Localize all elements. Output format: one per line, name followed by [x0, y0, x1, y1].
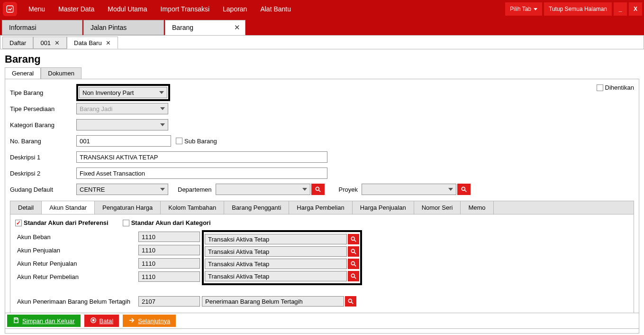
kategori-label: Kategori Barang	[10, 121, 76, 129]
tab-informasi[interactable]: Informasi	[2, 20, 82, 35]
akun-retur-penjualan-label: Akun Retur Penjualan	[15, 260, 138, 267]
akun-penerimaan-label: Akun Penerimaan Barang Belum Tertagih	[15, 298, 138, 305]
no-barang-input[interactable]	[76, 135, 171, 147]
stab-detail[interactable]: Detail	[10, 201, 42, 214]
proyek-search-button[interactable]	[457, 184, 471, 195]
tipe-barang-label: Tipe Barang	[10, 89, 76, 96]
akun-retur-penjualan-code[interactable]: 1110	[138, 258, 200, 269]
stab-pengaturan-harga[interactable]: Pengaturan Harga	[95, 201, 161, 214]
close-icon[interactable]: ✕	[234, 23, 240, 32]
departemen-combo[interactable]	[216, 184, 310, 195]
svg-rect-0	[7, 6, 13, 12]
menu-modul-utama[interactable]: Modul Utama	[101, 0, 154, 18]
akun-beban-search-button[interactable]	[348, 234, 359, 244]
stab-memo[interactable]: Memo	[461, 201, 493, 214]
top-tabs: Informasi Jalan Pintas Barang ✕	[0, 18, 644, 35]
subtab-label: 001	[40, 39, 51, 47]
kategori-combo[interactable]	[76, 119, 168, 130]
caret-down-icon	[160, 123, 165, 126]
dihentikan-checkbox[interactable]: Dihentikan	[597, 84, 634, 91]
akun-penjualan-label: Akun Penjualan	[15, 247, 138, 254]
save-and-exit-button[interactable]: Simpan dan Keluar	[7, 315, 81, 327]
proyek-combo[interactable]	[362, 184, 456, 195]
minimize-button[interactable]: _	[614, 2, 627, 16]
akun-penerimaan-code[interactable]: 2107	[138, 296, 200, 307]
departemen-label: Departemen	[178, 186, 212, 193]
caret-down-icon	[302, 188, 307, 191]
deskripsi2-input[interactable]	[76, 168, 327, 179]
menu-laporan[interactable]: Laporan	[216, 0, 254, 18]
akun-beban-code[interactable]: 1110	[138, 232, 200, 242]
tab-label: Barang	[172, 24, 193, 31]
subtab-001[interactable]: 001 ✕	[33, 37, 67, 49]
akun-retur-pembelian-code[interactable]: 1110	[138, 271, 200, 282]
menu-menu[interactable]: Menu	[22, 0, 52, 18]
tipe-persediaan-combo: Barang Jadi	[76, 103, 168, 114]
akun-retur-pembelian-search-button[interactable]	[348, 271, 359, 281]
subtab-daftar[interactable]: Daftar	[2, 37, 33, 49]
deskripsi1-label: Deskripsi 1	[10, 154, 76, 161]
stab-kolom-tambahan[interactable]: Kolom Tambahan	[161, 201, 224, 214]
svg-line-6	[354, 240, 356, 242]
akun-penerimaan-desc[interactable]: Penerimaan Barang Belum Tertagih	[202, 296, 344, 307]
stab-nomor-seri[interactable]: Nomor Seri	[414, 201, 461, 214]
app-logo-icon	[3, 2, 17, 16]
departemen-search-button[interactable]	[311, 184, 325, 195]
menu-import-transaksi[interactable]: Import Transaksi	[154, 0, 216, 18]
subtab-data-baru[interactable]: Data Baru ✕	[67, 37, 118, 49]
deskripsi1-input[interactable]	[76, 151, 327, 163]
menu-alat-bantu[interactable]: Alat Bantu	[254, 0, 298, 18]
tipe-barang-combo[interactable]: Non Inventory Part	[79, 87, 167, 98]
next-button[interactable]: Selanjutnya	[123, 315, 176, 327]
stab-akun-standar[interactable]: Akun Standar	[42, 201, 95, 214]
tab-jalan-pintas[interactable]: Jalan Pintas	[83, 20, 164, 35]
sub-tabs: Daftar 001 ✕ Data Baru ✕	[0, 35, 644, 49]
inner-tabs: General Dokumen	[5, 67, 639, 79]
menu-master-data[interactable]: Master Data	[52, 0, 101, 18]
checkbox-icon	[176, 138, 182, 144]
stab-barang-pengganti[interactable]: Barang Pengganti	[224, 201, 289, 214]
standar-kategori-checkbox[interactable]: Standar Akun dari Kategori	[123, 219, 211, 226]
akun-penjualan-code[interactable]: 1110	[138, 245, 200, 255]
close-app-button[interactable]: X	[629, 2, 642, 16]
svg-rect-17	[92, 319, 94, 321]
dihentikan-label: Dihentikan	[605, 84, 634, 91]
stab-harga-pembelian[interactable]: Harga Pembelian	[289, 201, 352, 214]
tipe-persediaan-value: Barang Jadi	[80, 105, 112, 112]
pilih-tab-button[interactable]: Pilih Tab	[505, 2, 542, 16]
akun-retur-penjualan-search-button[interactable]	[348, 259, 359, 269]
akun-retur-pembelian-desc[interactable]: Transaksi Aktiva Tetap	[205, 271, 347, 281]
stab-harga-penjualan[interactable]: Harga Penjualan	[353, 201, 414, 214]
standar-preferensi-checkbox[interactable]: Standar Akun dari Preferensi	[15, 219, 109, 226]
tutup-semua-button[interactable]: Tutup Semua Halaman	[544, 2, 612, 16]
svg-point-9	[351, 261, 354, 265]
akun-penjualan-search-button[interactable]	[348, 246, 359, 257]
menubar: Menu Master Data Modul Utama Import Tran…	[0, 0, 644, 18]
gudang-label: Gudang Default	[10, 186, 76, 193]
next-label: Selanjutnya	[138, 317, 170, 325]
gudang-combo[interactable]: CENTRE	[76, 184, 168, 195]
close-icon[interactable]: ✕	[106, 39, 111, 47]
akun-beban-label: Akun Beban	[15, 233, 138, 241]
tab-barang[interactable]: Barang ✕	[165, 20, 245, 35]
accounts-panel: Standar Akun dari Preferensi Standar Aku…	[10, 214, 634, 327]
save-label: Simpan dan Keluar	[22, 317, 75, 325]
akun-penjualan-desc[interactable]: Transaksi Aktiva Tetap	[205, 246, 347, 257]
proyek-label: Proyek	[339, 186, 358, 193]
akun-retur-penjualan-desc[interactable]: Transaksi Aktiva Tetap	[205, 259, 347, 269]
close-icon[interactable]: ✕	[54, 39, 60, 47]
cancel-button[interactable]: Batal	[84, 315, 119, 327]
akun-beban-desc[interactable]: Transaksi Aktiva Tetap	[205, 234, 347, 244]
tab-label: Informasi	[9, 24, 36, 31]
standar-kategori-label: Standar Akun dari Kategori	[131, 219, 211, 226]
inner-tab-general[interactable]: General	[5, 67, 41, 79]
akun-penerimaan-search-button[interactable]	[345, 296, 356, 307]
inner-tab-dokumen[interactable]: Dokumen	[41, 67, 82, 79]
caret-down-icon	[160, 107, 165, 110]
deskripsi2-label: Deskripsi 2	[10, 170, 76, 177]
akun-retur-pembelian-label: Akun Retur Pembelian	[15, 273, 138, 280]
caret-down-icon	[534, 8, 537, 10]
sub-barang-checkbox[interactable]: Sub Barang	[176, 138, 217, 145]
svg-point-7	[351, 249, 354, 252]
section-tabs: Detail Akun Standar Pengaturan Harga Kol…	[10, 201, 634, 214]
